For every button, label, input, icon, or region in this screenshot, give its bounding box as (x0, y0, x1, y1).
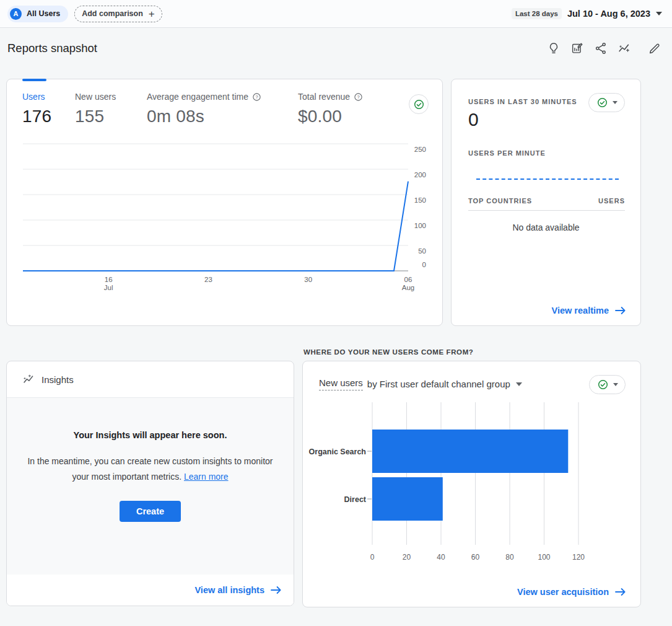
realtime-card: USERS IN LAST 30 MINUTES 0 USERS PER MIN… (451, 79, 641, 326)
svg-text:200: 200 (414, 171, 426, 179)
data-quality-dropdown[interactable] (589, 375, 626, 394)
metric-label: Users (22, 92, 51, 102)
edit-comparison-icon[interactable] (570, 41, 585, 56)
segment-chip-label: All Users (27, 9, 60, 18)
metric-value: 176 (22, 107, 51, 126)
svg-text:150: 150 (414, 196, 426, 204)
users-line-chart: 05010015020025016Jul233006Aug (7, 141, 443, 296)
insights-title: Insights (41, 374, 74, 385)
users-column-label: USERS (598, 197, 625, 205)
insights-description: In the meantime, you can create new cust… (20, 454, 281, 485)
svg-text:80: 80 (505, 553, 514, 562)
add-comparison-button[interactable]: Add comparison + (74, 6, 162, 22)
svg-text:20: 20 (403, 553, 411, 562)
insights-sparkline-icon (22, 373, 35, 386)
svg-text:40: 40 (437, 553, 445, 562)
svg-text:250: 250 (414, 146, 426, 153)
users-last-30min-value: 0 (468, 109, 479, 130)
dimension-selector[interactable]: New users by First user default channel … (319, 377, 522, 390)
svg-text:Jul: Jul (104, 284, 113, 291)
green-check-icon (596, 97, 608, 108)
green-check-icon (597, 379, 609, 390)
data-quality-green-check-icon[interactable] (409, 94, 429, 114)
svg-text:Organic Search: Organic Search (309, 447, 366, 456)
insights-card: Insights Your Insights will appear here … (6, 361, 294, 606)
metric-value: $0.00 (298, 107, 363, 126)
share-icon[interactable] (593, 41, 608, 56)
date-range-value: Jul 10 - Aug 6, 2023 (567, 9, 650, 19)
svg-text:0: 0 (422, 261, 426, 268)
insights-empty-state: Your Insights will appear here soon. In … (7, 398, 294, 575)
metric-tab-total-revenue[interactable]: Total revenue ? $0.00 (298, 92, 363, 126)
insights-headline: Your Insights will appear here soon. (19, 430, 281, 440)
data-quality-dropdown[interactable] (588, 93, 625, 112)
svg-text:60: 60 (471, 553, 480, 562)
svg-text:100: 100 (538, 553, 550, 562)
svg-text:16: 16 (105, 276, 113, 283)
top-countries-label: TOP COUNTRIES (468, 197, 532, 205)
metric-label: New users (75, 92, 116, 102)
view-realtime-link[interactable]: View realtime (552, 306, 626, 315)
learn-more-link[interactable]: Learn more (184, 472, 229, 482)
top-countries-header: TOP COUNTRIES USERS (468, 197, 625, 211)
per-minute-baseline (476, 179, 619, 180)
customize-report-pencil-icon[interactable] (647, 41, 662, 56)
svg-text:?: ? (255, 94, 258, 100)
page-title: Reports snapshot (7, 42, 97, 55)
view-all-insights-link[interactable]: View all insights (194, 585, 281, 595)
metric-value: 155 (75, 107, 116, 126)
metric-label: Total revenue (298, 92, 350, 102)
overview-metrics-card: Users 176 New users 155 Average engageme… (6, 79, 443, 326)
dimension-name: by First user default channel group (367, 379, 510, 389)
user-acquisition-card: New users by First user default channel … (302, 361, 641, 607)
metric-label: Average engagement time (147, 92, 248, 102)
insights-lightbulb-icon[interactable] (546, 41, 561, 56)
comparison-toolbar: A All Users Add comparison + Last 28 day… (0, 0, 672, 28)
metric-value: 0m 08s (147, 107, 261, 126)
selected-metric-indicator (22, 79, 46, 81)
section-question: WHERE DO YOUR NEW USERS COME FROM? (303, 348, 473, 356)
report-actions (546, 41, 662, 56)
chevron-down-icon (656, 12, 662, 15)
arrow-right-icon (271, 586, 281, 594)
all-users-segment-chip[interactable]: A All Users (7, 6, 68, 22)
date-range-preset-badge: Last 28 days (512, 8, 562, 19)
report-header: Reports snapshot (0, 28, 672, 56)
svg-text:23: 23 (204, 276, 212, 283)
no-data-message: No data available (452, 223, 640, 232)
svg-text:30: 30 (304, 276, 312, 283)
add-comparison-label: Add comparison (82, 9, 143, 18)
view-user-acquisition-link[interactable]: View user acquisition (517, 587, 626, 597)
users-per-minute-label: USERS PER MINUTE (468, 149, 546, 157)
channel-bar-chart: 020406080100120Organic SearchDirect (303, 402, 642, 570)
section-question-row: WHERE DO YOUR NEW USERS COME FROM? (6, 326, 672, 361)
svg-text:50: 50 (418, 247, 426, 255)
help-icon[interactable]: ? (354, 92, 363, 102)
metric-tab-avg-engagement-time[interactable]: Average engagement time ? 0m 08s (147, 92, 261, 126)
view-insights-icon[interactable] (617, 41, 632, 56)
svg-text:Direct: Direct (344, 495, 367, 504)
metric-tab-users[interactable]: Users 176 (22, 92, 51, 126)
plus-icon: + (149, 9, 155, 19)
svg-text:Aug: Aug (402, 284, 414, 291)
arrow-right-icon (615, 307, 626, 314)
metric-tab-new-users[interactable]: New users 155 (75, 92, 116, 126)
insights-footer: View all insights (7, 575, 294, 606)
svg-text:?: ? (357, 94, 359, 100)
chevron-down-icon (613, 101, 617, 104)
svg-text:100: 100 (414, 222, 426, 229)
date-range-picker[interactable]: Last 28 days Jul 10 - Aug 6, 2023 (512, 8, 662, 19)
segment-avatar: A (10, 8, 22, 20)
svg-text:06: 06 (404, 276, 412, 283)
arrow-right-icon (615, 588, 626, 596)
help-icon[interactable]: ? (252, 92, 261, 102)
insights-header: Insights (7, 361, 294, 398)
chevron-down-icon (613, 383, 618, 386)
chevron-down-icon (516, 382, 522, 386)
metric-name: New users (319, 377, 363, 390)
create-insight-button[interactable]: Create (120, 501, 181, 522)
svg-text:120: 120 (572, 553, 585, 562)
realtime-title: USERS IN LAST 30 MINUTES (468, 98, 577, 105)
svg-text:0: 0 (370, 553, 375, 562)
